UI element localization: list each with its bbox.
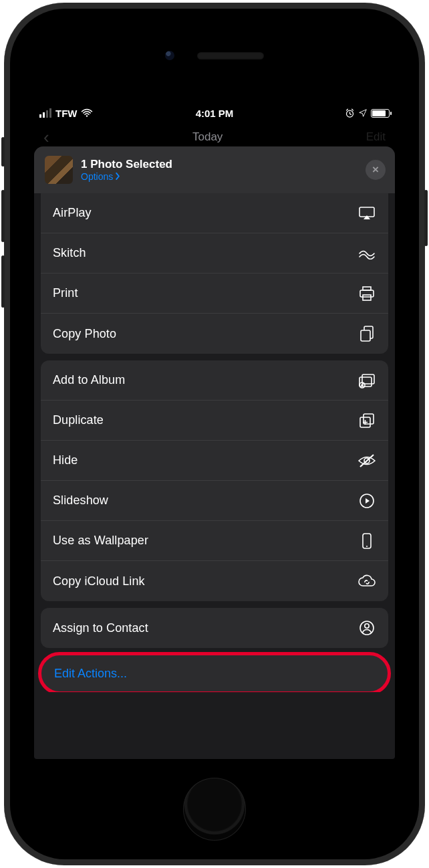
svg-rect-5 bbox=[363, 295, 371, 300]
action-add-to-album[interactable]: Add to Album bbox=[41, 360, 388, 401]
copy-photo-icon bbox=[358, 325, 376, 342]
action-assign-to-contact[interactable]: Assign to Contact bbox=[41, 608, 388, 648]
phone-icon bbox=[358, 532, 376, 550]
action-airplay[interactable]: AirPlay bbox=[41, 193, 388, 233]
skitch-icon bbox=[358, 247, 376, 259]
action-label: Print bbox=[53, 286, 78, 300]
action-slideshow[interactable]: Slideshow bbox=[41, 481, 388, 521]
action-label: Copy iCloud Link bbox=[53, 574, 145, 588]
location-icon bbox=[358, 108, 368, 118]
action-label: Skitch bbox=[53, 246, 86, 260]
nav-edit-button[interactable]: Edit bbox=[366, 130, 386, 144]
battery-icon bbox=[371, 109, 390, 118]
cell-signal-icon bbox=[39, 108, 51, 118]
action-copy-icloud-link[interactable]: Copy iCloud Link bbox=[41, 561, 388, 601]
duplicate-icon bbox=[358, 412, 376, 429]
svg-rect-2 bbox=[360, 207, 374, 217]
action-hide[interactable]: Hide bbox=[41, 441, 388, 481]
svg-rect-6 bbox=[361, 330, 370, 341]
album-add-icon bbox=[358, 372, 376, 389]
action-label: Use as Wallpaper bbox=[53, 534, 148, 548]
home-button[interactable] bbox=[183, 778, 246, 841]
edit-actions-row[interactable]: Edit Actions... bbox=[41, 655, 388, 692]
contact-icon bbox=[358, 620, 376, 636]
action-label: Assign to Contact bbox=[53, 621, 148, 635]
options-button[interactable]: Options bbox=[81, 171, 358, 182]
carrier-label: TFW bbox=[55, 108, 77, 119]
action-duplicate[interactable]: Duplicate bbox=[41, 401, 388, 441]
back-chevron-icon[interactable]: ‹ bbox=[43, 127, 49, 148]
action-label: AirPlay bbox=[53, 206, 92, 220]
photo-thumbnail[interactable] bbox=[45, 156, 73, 184]
svg-point-0 bbox=[86, 115, 88, 116]
action-label: Add to Album bbox=[53, 373, 125, 387]
status-bar: TFW 4:01 PM bbox=[34, 104, 395, 122]
close-button[interactable]: × bbox=[366, 160, 386, 180]
alarm-icon bbox=[345, 108, 355, 118]
svg-point-15 bbox=[366, 546, 368, 547]
action-group-1: AirPlay Skitch Print Copy Photo bbox=[41, 193, 388, 354]
chevron-right-icon bbox=[115, 173, 120, 180]
wifi-icon bbox=[81, 108, 93, 118]
share-sheet: 1 Photo Selected Options × AirPlay bbox=[34, 146, 395, 759]
action-label: Hide bbox=[53, 453, 78, 467]
sheet-title: 1 Photo Selected bbox=[81, 158, 358, 171]
options-label: Options bbox=[81, 171, 113, 182]
sheet-header: 1 Photo Selected Options × bbox=[34, 146, 395, 193]
print-icon bbox=[358, 286, 376, 302]
action-label: Duplicate bbox=[53, 413, 104, 427]
hide-icon bbox=[358, 453, 376, 468]
svg-point-17 bbox=[365, 624, 369, 628]
action-print[interactable]: Print bbox=[41, 274, 388, 314]
action-skitch[interactable]: Skitch bbox=[41, 233, 388, 274]
earpiece-speaker bbox=[197, 52, 264, 60]
action-group-3: Assign to Contact bbox=[41, 608, 388, 648]
svg-rect-7 bbox=[362, 374, 374, 384]
play-circle-icon bbox=[358, 493, 376, 509]
cloud-link-icon bbox=[358, 574, 376, 588]
screen: TFW 4:01 PM ‹ Today Edit bbox=[34, 104, 395, 759]
front-camera bbox=[165, 51, 174, 60]
action-group-2: Add to Album Duplicate Hide Slidesh bbox=[41, 360, 388, 601]
clock: 4:01 PM bbox=[156, 108, 273, 119]
airplay-icon bbox=[358, 206, 376, 221]
action-label: Slideshow bbox=[53, 494, 108, 508]
edit-actions-label: Edit Actions... bbox=[54, 667, 127, 681]
svg-rect-4 bbox=[360, 290, 374, 297]
nav-title: Today bbox=[192, 130, 223, 144]
action-use-as-wallpaper[interactable]: Use as Wallpaper bbox=[41, 521, 388, 561]
action-label: Copy Photo bbox=[53, 327, 116, 341]
close-icon: × bbox=[372, 163, 379, 177]
action-copy-photo[interactable]: Copy Photo bbox=[41, 314, 388, 354]
